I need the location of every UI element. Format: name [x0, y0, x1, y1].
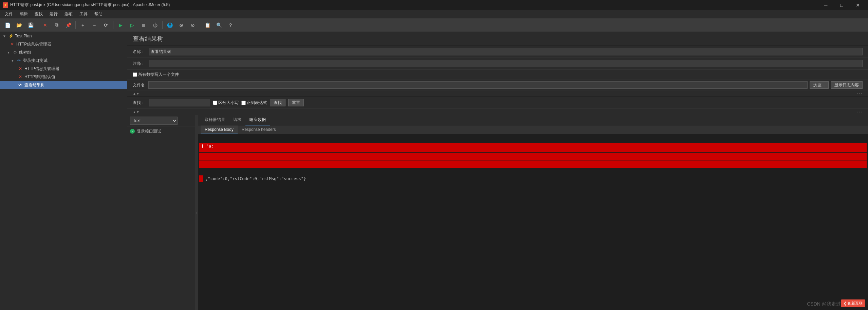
menu-bar: 文件编辑查找运行选项工具帮助: [0, 10, 868, 18]
tree-item-label: 查看结果树: [24, 82, 45, 88]
search-label: 查找：: [133, 100, 146, 106]
text-dropdown-row: Text RegExp Tester CSS/JQuery Tester XPa…: [127, 115, 195, 126]
case-sensitive-checkbox[interactable]: [213, 101, 217, 105]
panel-title: 查看结果树: [133, 35, 163, 42]
sub-tabs-row: Response Body Response headers: [198, 125, 868, 134]
response-line-4: [199, 168, 867, 175]
tree-item-login-test[interactable]: ▼ ✏ 登录接口测试: [0, 56, 127, 65]
response-line-red-1: { "a:: [199, 143, 867, 152]
partial-red-text: [199, 175, 203, 182]
menu-item-文件[interactable]: 文件: [1, 10, 16, 18]
close-button[interactable]: ✕: [850, 0, 865, 10]
left-panel: ▼ ⚡ Test Plan ✕ HTTP信息头管理器 ▼ ⚙ 线程组 ▼ ✏ 登…: [0, 32, 127, 310]
toolbar-sep-5: [200, 21, 200, 29]
app-icon: ⚡: [3, 2, 8, 8]
open-button[interactable]: 📂: [14, 20, 24, 31]
browse-button[interactable]: 浏览...: [810, 81, 829, 89]
main-layout: ▼ ⚡ Test Plan ✕ HTTP信息头管理器 ▼ ⚙ 线程组 ▼ ✏ 登…: [0, 32, 868, 310]
http-info-icon-1: ✕: [10, 42, 15, 47]
clear-button[interactable]: ⟳: [100, 20, 111, 31]
file-name-label: 文件名: [133, 82, 146, 88]
regex-checkbox[interactable]: [241, 101, 246, 105]
remote-stop-button[interactable]: ⊗: [176, 20, 187, 31]
http-info-icon-2: ✕: [18, 66, 23, 71]
toolbar-sep-4: [162, 21, 163, 29]
template-button[interactable]: 📋: [202, 20, 213, 31]
menu-item-工具[interactable]: 工具: [76, 10, 91, 18]
result-left-panel: Text RegExp Tester CSS/JQuery Tester XPa…: [127, 115, 195, 310]
case-sensitive-label[interactable]: 区分大小写: [213, 100, 239, 106]
run-button[interactable]: ▶: [115, 20, 126, 31]
divider-dots-1: ···: [857, 91, 863, 96]
result-right-panel: 取样器结果 请求 响应数据 Response Body Response: [198, 115, 868, 310]
write-all-data-row: 所有数据写入一个文件: [127, 70, 868, 80]
add-button[interactable]: +: [77, 20, 88, 31]
search-input[interactable]: [149, 99, 210, 106]
toolbar-sep-1: [38, 21, 38, 29]
start-no-pause-button[interactable]: ▷: [127, 20, 137, 31]
reset-button[interactable]: 重置: [288, 99, 304, 106]
tab-response-data[interactable]: 响应数据: [245, 115, 270, 125]
window-controls: ─ □ ✕: [818, 0, 865, 10]
tree-item-http-default[interactable]: ✕ HTTP请求默认值: [0, 73, 127, 81]
format-dropdown[interactable]: Text RegExp Tester CSS/JQuery Tester XPa…: [130, 117, 178, 125]
search-toolbar-button[interactable]: 🔍: [214, 20, 224, 31]
minimize-button[interactable]: ─: [818, 0, 833, 10]
tree-item-label: HTTP请求默认值: [24, 74, 55, 80]
shutdown-button[interactable]: ⏻: [150, 20, 161, 31]
sub-tab-response-body[interactable]: Response Body: [201, 125, 238, 134]
write-all-data-checkbox[interactable]: [133, 72, 137, 77]
sample-item-login[interactable]: 登录接口测试: [127, 126, 195, 136]
remove-button[interactable]: −: [89, 20, 100, 31]
menu-item-选项[interactable]: 选项: [61, 10, 76, 18]
divider-arrows-2: ▲▼: [133, 110, 140, 114]
response-line-partial: ,"code":0,"rstCode":0,"rstMsg":"success"…: [199, 175, 867, 182]
thread-group-icon: ⚙: [12, 50, 18, 55]
tree-item-label: 登录接口测试: [23, 58, 48, 64]
title-bar: ⚡ HTTP请求-post.jmx (C:\Users\xianggang.ha…: [0, 0, 868, 10]
panel-header: 查看结果树: [127, 32, 868, 46]
tab-sampler-result[interactable]: 取样器结果: [201, 115, 229, 125]
tab-request[interactable]: 请求: [229, 115, 245, 125]
write-all-data-label[interactable]: 所有数据写入一个文件: [133, 72, 179, 78]
menu-item-运行[interactable]: 运行: [46, 10, 61, 18]
maximize-button[interactable]: □: [834, 0, 849, 10]
menu-item-查找[interactable]: 查找: [31, 10, 46, 18]
remote-start-button[interactable]: 🌐: [164, 20, 175, 31]
comment-input[interactable]: [149, 60, 863, 67]
response-body-area[interactable]: { "a: ,"code":0,"rstCode":0,"rstMsg":"su…: [198, 134, 868, 310]
comment-row: 注释：: [127, 58, 868, 70]
regex-label[interactable]: 正则表达式: [241, 100, 267, 106]
help-button[interactable]: ?: [225, 20, 236, 31]
menu-item-帮助[interactable]: 帮助: [91, 10, 106, 18]
sub-tab-response-headers[interactable]: Response headers: [238, 125, 280, 134]
tree-item-test-plan[interactable]: ▼ ⚡ Test Plan: [0, 32, 127, 40]
expand-arrow-2: ▼: [7, 51, 11, 54]
toolbar-sep-3: [113, 21, 113, 29]
file-name-row: 文件名 浏览... 显示日志内容: [127, 80, 868, 90]
name-row: 名称：: [127, 46, 868, 58]
partial-normal-text: ,"code":0,"rstCode":0,"rstMsg":"success"…: [203, 175, 308, 182]
display-log-button[interactable]: 显示日志内容: [831, 81, 863, 89]
paste-button[interactable]: 📌: [63, 20, 74, 31]
tree-item-thread-group[interactable]: ▼ ⚙ 线程组: [0, 48, 127, 56]
name-input[interactable]: [149, 48, 863, 55]
tree-item-http-info-1[interactable]: ✕ HTTP信息头管理器: [0, 40, 127, 48]
new-button[interactable]: 📄: [2, 20, 13, 31]
menu-item-编辑[interactable]: 编辑: [16, 10, 31, 18]
sample-item-label: 登录接口测试: [137, 128, 161, 134]
expand-arrow: ▼: [3, 34, 7, 38]
tree-item-http-info-2[interactable]: ✕ HTTP信息头管理器: [0, 65, 127, 73]
find-button[interactable]: 查找: [270, 99, 285, 106]
divider-row-1: ▲▼ ···: [127, 90, 868, 97]
remote-shutdown-button[interactable]: ⊘: [187, 20, 198, 31]
save-button[interactable]: 💾: [25, 20, 36, 31]
resize-handle[interactable]: ⋮: [195, 115, 198, 310]
search-row: 查找： 区分大小写 正则表达式 查找 重置: [127, 97, 868, 109]
stop-button[interactable]: ⏹: [138, 20, 149, 31]
tree-item-result-tree[interactable]: 👁 查看结果树: [0, 81, 127, 89]
window-title: HTTP请求-post.jmx (C:\Users\xianggang.hao\…: [10, 2, 170, 8]
copy-button[interactable]: ⧉: [51, 20, 62, 31]
delete-button[interactable]: ✕: [40, 20, 51, 31]
file-name-input[interactable]: [148, 81, 808, 89]
